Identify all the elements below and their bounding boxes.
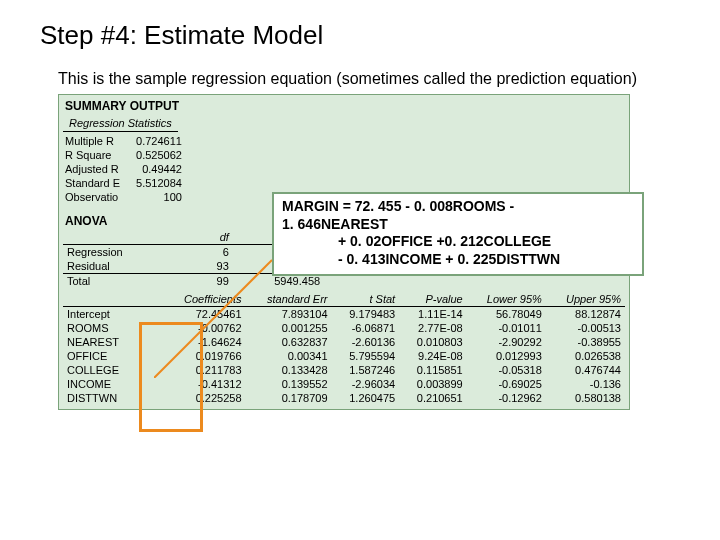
slide-subtitle: This is the sample regression equation (… — [58, 69, 680, 90]
regression-statistics-table: Multiple R0.724611 R Square0.525062 Adju… — [63, 134, 188, 204]
equation-line-3: + 0. 02OFFICE +0. 212COLLEGE — [282, 233, 634, 251]
regression-statistics-label: Regression Statistics — [63, 115, 178, 132]
equation-line-4: - 0. 413INCOME + 0. 225DISTTWN — [282, 251, 634, 269]
summary-output-label: SUMMARY OUTPUT — [59, 95, 629, 115]
slide-title: Step #4: Estimate Model — [40, 20, 680, 51]
coefficients-table: Coefficients standard Err t Stat P-value… — [63, 292, 625, 405]
equation-line-2: 1. 646NEAREST — [282, 216, 388, 232]
equation-line-1: MARGIN = 72. 455 - 0. 008ROOMS - — [282, 198, 514, 214]
regression-equation-callout: MARGIN = 72. 455 - 0. 008ROOMS - 1. 646N… — [272, 192, 644, 276]
